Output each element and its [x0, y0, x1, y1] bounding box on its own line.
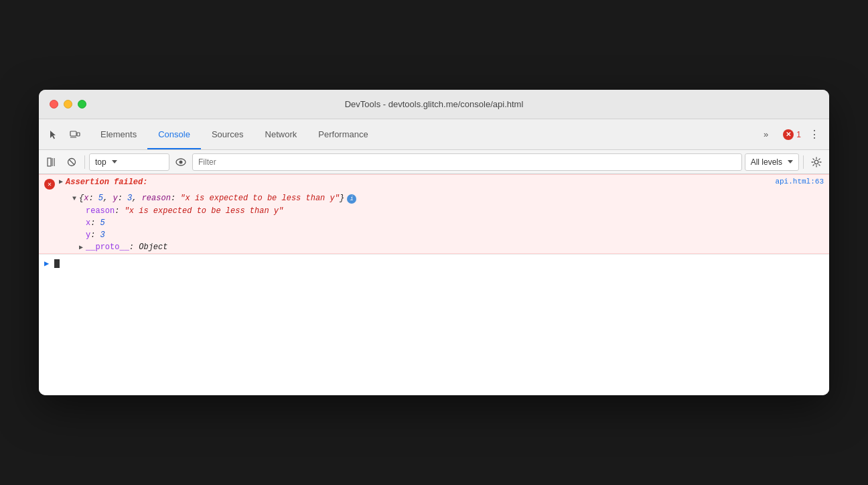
- devtools-window: DevTools - devtools.glitch.me/console/ap…: [39, 90, 829, 395]
- device-icon-button[interactable]: [66, 125, 84, 144]
- context-selector[interactable]: top: [89, 153, 169, 171]
- toolbar-separator-2: [803, 155, 804, 169]
- console-content: ✕ ▶ Assertion failed: api.html:63 ▼ { x …: [39, 174, 829, 395]
- tab-performance[interactable]: Performance: [307, 119, 378, 149]
- x-prop-line: x : 5: [39, 217, 829, 229]
- tab-console[interactable]: Console: [147, 119, 201, 149]
- error-badge-icon: ✕: [783, 129, 794, 140]
- toolbar-separator-1: [84, 155, 85, 169]
- more-options-button[interactable]: ⋮: [805, 125, 824, 144]
- minimize-button[interactable]: [64, 100, 72, 109]
- settings-button[interactable]: [808, 153, 825, 171]
- console-error-row: ✕ ▶ Assertion failed: api.html:63 ▼ { x …: [39, 174, 829, 254]
- reason-value: "x is expected to be less than y": [125, 206, 284, 216]
- block-icon-button[interactable]: [63, 153, 80, 171]
- svg-point-9: [179, 160, 183, 163]
- expand-arrow-1[interactable]: ▶: [59, 178, 63, 186]
- level-value: All levels: [751, 157, 782, 167]
- titlebar: DevTools - devtools.glitch.me/console/ap…: [39, 90, 829, 119]
- y-value: 3: [100, 230, 105, 240]
- info-icon[interactable]: i: [347, 194, 356, 204]
- object-preview-line: ▼ { x : 5 , y : 3 , reason : "x is expec…: [39, 192, 829, 205]
- execute-icon: [47, 157, 56, 167]
- error-icon: ✕: [44, 179, 55, 190]
- assertion-failed-line: ✕ ▶ Assertion failed: api.html:63: [39, 175, 829, 192]
- traffic-lights: [50, 100, 86, 109]
- level-selector[interactable]: All levels: [745, 153, 799, 171]
- error-badge[interactable]: ✕ 1: [783, 129, 801, 140]
- assertion-label: Assertion failed:: [66, 178, 147, 187]
- svg-point-10: [814, 160, 818, 164]
- device-icon: [70, 129, 80, 140]
- proto-value: Object: [139, 242, 167, 252]
- tab-sources[interactable]: Sources: [201, 119, 255, 149]
- level-chevron-icon: [788, 160, 793, 163]
- svg-rect-3: [48, 158, 51, 166]
- maximize-button[interactable]: [78, 100, 86, 109]
- y-prop-line: y : 3: [39, 229, 829, 241]
- eye-icon: [175, 158, 186, 166]
- error-count: 1: [796, 130, 801, 139]
- reason-prop-line: reason : "x is expected to be less than …: [39, 205, 829, 217]
- devtools-tabs-bar: Elements Console Sources Network Perform…: [39, 119, 829, 150]
- console-toolbar: top All levels: [39, 150, 829, 174]
- proto-line: ▶ __proto__ : Object: [39, 241, 829, 253]
- context-chevron-icon: [112, 160, 117, 163]
- tab-elements[interactable]: Elements: [90, 119, 147, 149]
- cursor-icon: [48, 129, 59, 140]
- window-title: DevTools - devtools.glitch.me/console/ap…: [345, 99, 524, 109]
- eye-button[interactable]: [172, 153, 190, 171]
- close-button[interactable]: [50, 100, 58, 109]
- filter-input[interactable]: [192, 153, 742, 171]
- toolbar-icons: [44, 125, 84, 144]
- input-arrow-icon[interactable]: ▶: [44, 259, 49, 269]
- console-input-line: ▶: [39, 254, 829, 273]
- proto-expand-arrow[interactable]: ▶: [79, 243, 83, 251]
- svg-rect-1: [77, 133, 80, 136]
- block-icon: [67, 157, 76, 167]
- cursor-icon-button[interactable]: [44, 125, 63, 144]
- context-value: top: [95, 157, 106, 167]
- toolbar-right: » ✕ 1 ⋮: [753, 125, 824, 144]
- settings-icon: [811, 157, 822, 167]
- console-cursor: [54, 259, 60, 268]
- devtools-tabs: Elements Console Sources Network Perform…: [90, 119, 753, 149]
- svg-rect-0: [70, 131, 76, 136]
- expand-arrow-2[interactable]: ▼: [72, 195, 76, 202]
- file-link[interactable]: api.html:63: [775, 178, 824, 186]
- svg-line-7: [69, 159, 74, 165]
- more-tabs-button[interactable]: »: [753, 129, 779, 139]
- tab-network[interactable]: Network: [255, 119, 308, 149]
- clear-console-button[interactable]: [43, 153, 60, 171]
- x-value: 5: [100, 218, 105, 228]
